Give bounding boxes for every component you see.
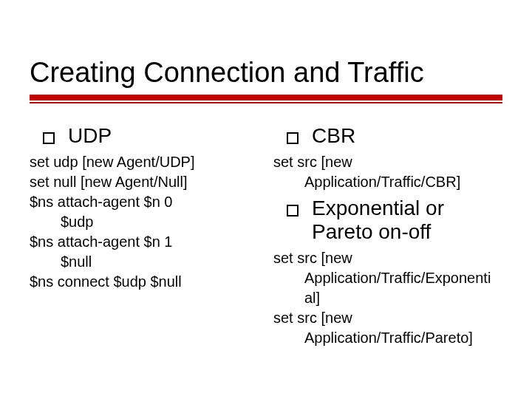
square-bullet-icon (287, 205, 299, 216)
code-line-continuation: al] (273, 288, 502, 308)
bullet-cbr: CBR (287, 124, 502, 148)
square-bullet-icon (287, 132, 299, 144)
code-line: $ns attach-agent $n 1 (30, 232, 259, 252)
code-exp-pareto: set src [new Application/Traffic/Exponen… (273, 248, 502, 348)
code-line: set null [new Agent/Null] (30, 172, 259, 192)
heading-cbr: CBR (312, 124, 355, 148)
square-bullet-icon (43, 132, 55, 144)
right-column: CBR set src [new Application/Traffic/CBR… (273, 124, 502, 353)
slide-body: UDP set udp [new Agent/UDP] set null [ne… (0, 103, 532, 353)
code-cbr: set src [new Application/Traffic/CBR] (273, 152, 502, 192)
title-block: Creating Connection and Traffic (0, 0, 532, 103)
slide: Creating Connection and Traffic UDP set … (0, 0, 532, 399)
code-line-continuation: $null (30, 252, 259, 272)
title-underline-thick (30, 95, 502, 100)
code-line-continuation: Application/Traffic/Exponenti (273, 268, 502, 288)
code-line: set src [new (273, 308, 502, 328)
code-line: set udp [new Agent/UDP] (30, 152, 259, 172)
code-line: $ns attach-agent $n 0 (30, 192, 259, 212)
code-line: set src [new (273, 152, 502, 172)
left-column: UDP set udp [new Agent/UDP] set null [ne… (30, 124, 259, 353)
code-line-continuation: $udp (30, 212, 259, 232)
code-line-continuation: Application/Traffic/Pareto] (273, 328, 502, 348)
code-line: $ns connect $udp $null (30, 272, 259, 292)
heading-exp-pareto: Exponential or Pareto on-off (312, 197, 502, 244)
bullet-udp: UDP (43, 124, 259, 148)
code-line-continuation: Application/Traffic/CBR] (273, 172, 502, 192)
bullet-exp-pareto: Exponential or Pareto on-off (287, 197, 502, 244)
heading-udp: UDP (68, 124, 112, 148)
code-udp: set udp [new Agent/UDP] set null [new Ag… (30, 152, 259, 292)
slide-title: Creating Connection and Traffic (30, 58, 502, 89)
code-line: set src [new (273, 248, 502, 268)
